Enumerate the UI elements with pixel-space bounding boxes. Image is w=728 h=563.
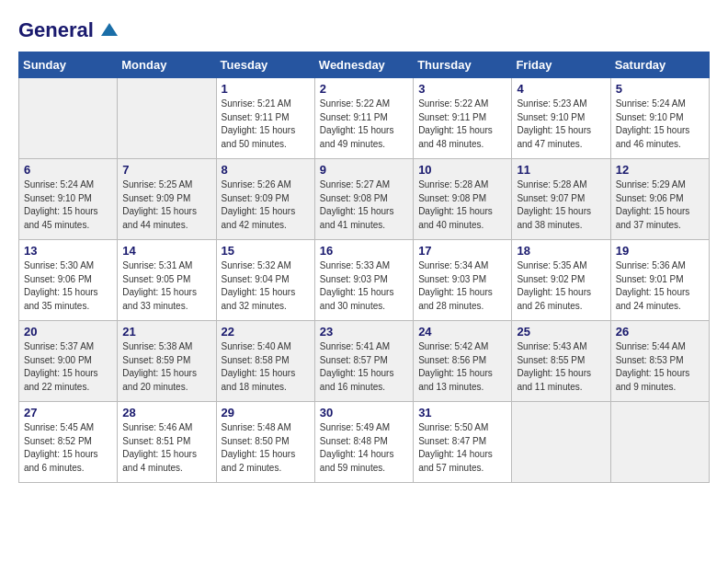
day-number: 24 [418, 325, 506, 339]
day-number: 5 [616, 82, 704, 96]
day-cell: 21Sunrise: 5:38 AM Sunset: 8:59 PM Dayli… [118, 321, 216, 402]
day-detail: Sunrise: 5:43 AM Sunset: 8:55 PM Dayligh… [517, 340, 605, 394]
weekday-header-friday: Friday [512, 52, 610, 78]
day-number: 22 [222, 325, 310, 339]
day-detail: Sunrise: 5:40 AM Sunset: 8:58 PM Dayligh… [222, 340, 310, 394]
day-detail: Sunrise: 5:32 AM Sunset: 9:04 PM Dayligh… [222, 259, 310, 313]
day-cell: 29Sunrise: 5:48 AM Sunset: 8:50 PM Dayli… [216, 402, 314, 483]
day-number: 30 [320, 406, 408, 419]
weekday-header-row: SundayMondayTuesdayWednesdayThursdayFrid… [19, 52, 710, 78]
header: General [18, 18, 710, 37]
day-detail: Sunrise: 5:49 AM Sunset: 8:48 PM Dayligh… [320, 421, 408, 475]
day-cell: 4Sunrise: 5:23 AM Sunset: 9:10 PM Daylig… [512, 78, 610, 159]
day-number: 19 [616, 244, 704, 258]
day-number: 23 [320, 325, 408, 339]
day-detail: Sunrise: 5:30 AM Sunset: 9:06 PM Dayligh… [24, 259, 112, 313]
day-number: 31 [418, 406, 506, 419]
day-detail: Sunrise: 5:28 AM Sunset: 9:08 PM Dayligh… [418, 178, 506, 232]
day-number: 7 [122, 163, 210, 177]
day-number: 2 [320, 82, 408, 96]
day-cell: 9Sunrise: 5:27 AM Sunset: 9:08 PM Daylig… [314, 159, 413, 240]
week-row-1: 1Sunrise: 5:21 AM Sunset: 9:11 PM Daylig… [19, 78, 710, 159]
day-cell: 20Sunrise: 5:37 AM Sunset: 9:00 PM Dayli… [19, 321, 118, 402]
day-detail: Sunrise: 5:34 AM Sunset: 9:03 PM Dayligh… [418, 259, 506, 313]
day-detail: Sunrise: 5:28 AM Sunset: 9:07 PM Dayligh… [517, 178, 605, 232]
day-number: 1 [222, 82, 310, 96]
day-detail: Sunrise: 5:24 AM Sunset: 9:10 PM Dayligh… [616, 98, 704, 151]
day-cell: 5Sunrise: 5:24 AM Sunset: 9:10 PM Daylig… [610, 78, 709, 159]
weekday-header-sunday: Sunday [19, 52, 118, 78]
weekday-header-saturday: Saturday [610, 52, 709, 78]
day-cell: 30Sunrise: 5:49 AM Sunset: 8:48 PM Dayli… [314, 402, 413, 483]
day-detail: Sunrise: 5:23 AM Sunset: 9:10 PM Dayligh… [517, 98, 605, 151]
day-cell [19, 78, 118, 159]
day-cell: 19Sunrise: 5:36 AM Sunset: 9:01 PM Dayli… [610, 240, 709, 321]
day-cell: 28Sunrise: 5:46 AM Sunset: 8:51 PM Dayli… [118, 402, 216, 483]
svg-marker-0 [101, 23, 118, 36]
day-cell: 15Sunrise: 5:32 AM Sunset: 9:04 PM Dayli… [216, 240, 314, 321]
day-cell: 16Sunrise: 5:33 AM Sunset: 9:03 PM Dayli… [314, 240, 413, 321]
day-detail: Sunrise: 5:21 AM Sunset: 9:11 PM Dayligh… [222, 98, 310, 151]
day-cell [610, 402, 709, 483]
day-detail: Sunrise: 5:38 AM Sunset: 8:59 PM Dayligh… [122, 340, 210, 394]
logo: General [18, 18, 118, 37]
day-number: 4 [517, 82, 605, 96]
day-detail: Sunrise: 5:26 AM Sunset: 9:09 PM Dayligh… [222, 178, 310, 232]
day-detail: Sunrise: 5:35 AM Sunset: 9:02 PM Dayligh… [517, 259, 605, 313]
day-number: 20 [24, 325, 112, 339]
day-detail: Sunrise: 5:36 AM Sunset: 9:01 PM Dayligh… [616, 259, 704, 313]
day-cell: 25Sunrise: 5:43 AM Sunset: 8:55 PM Dayli… [512, 321, 610, 402]
day-cell: 12Sunrise: 5:29 AM Sunset: 9:06 PM Dayli… [610, 159, 709, 240]
day-cell [118, 78, 216, 159]
calendar-body: 1Sunrise: 5:21 AM Sunset: 9:11 PM Daylig… [19, 78, 710, 483]
day-number: 26 [616, 325, 704, 339]
day-cell: 26Sunrise: 5:44 AM Sunset: 8:53 PM Dayli… [610, 321, 709, 402]
day-cell [512, 402, 610, 483]
day-detail: Sunrise: 5:41 AM Sunset: 8:57 PM Dayligh… [320, 340, 408, 394]
day-cell: 8Sunrise: 5:26 AM Sunset: 9:09 PM Daylig… [216, 159, 314, 240]
day-detail: Sunrise: 5:45 AM Sunset: 8:52 PM Dayligh… [24, 421, 112, 475]
day-detail: Sunrise: 5:27 AM Sunset: 9:08 PM Dayligh… [320, 178, 408, 232]
day-number: 12 [616, 163, 704, 177]
day-number: 16 [320, 244, 408, 258]
day-number: 15 [222, 244, 310, 258]
calendar-page: General SundayMondayTuesdayWednesdayThur… [0, 0, 728, 501]
day-number: 9 [320, 163, 408, 177]
weekday-header-tuesday: Tuesday [216, 52, 314, 78]
day-number: 27 [24, 406, 112, 419]
day-cell: 3Sunrise: 5:22 AM Sunset: 9:11 PM Daylig… [414, 78, 512, 159]
day-detail: Sunrise: 5:33 AM Sunset: 9:03 PM Dayligh… [320, 259, 408, 313]
day-cell: 17Sunrise: 5:34 AM Sunset: 9:03 PM Dayli… [414, 240, 512, 321]
day-number: 11 [517, 163, 605, 177]
day-detail: Sunrise: 5:22 AM Sunset: 9:11 PM Dayligh… [418, 98, 506, 151]
day-number: 13 [24, 244, 112, 258]
day-cell: 18Sunrise: 5:35 AM Sunset: 9:02 PM Dayli… [512, 240, 610, 321]
day-cell: 2Sunrise: 5:22 AM Sunset: 9:11 PM Daylig… [314, 78, 413, 159]
day-number: 29 [222, 406, 310, 419]
week-row-5: 27Sunrise: 5:45 AM Sunset: 8:52 PM Dayli… [19, 402, 710, 483]
day-detail: Sunrise: 5:50 AM Sunset: 8:47 PM Dayligh… [418, 421, 506, 475]
day-detail: Sunrise: 5:37 AM Sunset: 9:00 PM Dayligh… [24, 340, 112, 394]
week-row-2: 6Sunrise: 5:24 AM Sunset: 9:10 PM Daylig… [19, 159, 710, 240]
day-detail: Sunrise: 5:25 AM Sunset: 9:09 PM Dayligh… [122, 178, 210, 232]
day-cell: 6Sunrise: 5:24 AM Sunset: 9:10 PM Daylig… [19, 159, 118, 240]
day-number: 10 [418, 163, 506, 177]
day-cell: 10Sunrise: 5:28 AM Sunset: 9:08 PM Dayli… [414, 159, 512, 240]
day-number: 25 [517, 325, 605, 339]
logo-icon [101, 23, 118, 36]
day-cell: 31Sunrise: 5:50 AM Sunset: 8:47 PM Dayli… [414, 402, 512, 483]
day-cell: 7Sunrise: 5:25 AM Sunset: 9:09 PM Daylig… [118, 159, 216, 240]
day-number: 14 [122, 244, 210, 258]
weekday-header-wednesday: Wednesday [314, 52, 413, 78]
day-number: 8 [222, 163, 310, 177]
day-number: 3 [418, 82, 506, 96]
day-number: 21 [122, 325, 210, 339]
day-cell: 14Sunrise: 5:31 AM Sunset: 9:05 PM Dayli… [118, 240, 216, 321]
day-number: 6 [24, 163, 112, 177]
day-cell: 23Sunrise: 5:41 AM Sunset: 8:57 PM Dayli… [314, 321, 413, 402]
day-detail: Sunrise: 5:31 AM Sunset: 9:05 PM Dayligh… [122, 259, 210, 313]
day-cell: 11Sunrise: 5:28 AM Sunset: 9:07 PM Dayli… [512, 159, 610, 240]
day-detail: Sunrise: 5:48 AM Sunset: 8:50 PM Dayligh… [222, 421, 310, 475]
day-detail: Sunrise: 5:46 AM Sunset: 8:51 PM Dayligh… [122, 421, 210, 475]
day-cell: 24Sunrise: 5:42 AM Sunset: 8:56 PM Dayli… [414, 321, 512, 402]
